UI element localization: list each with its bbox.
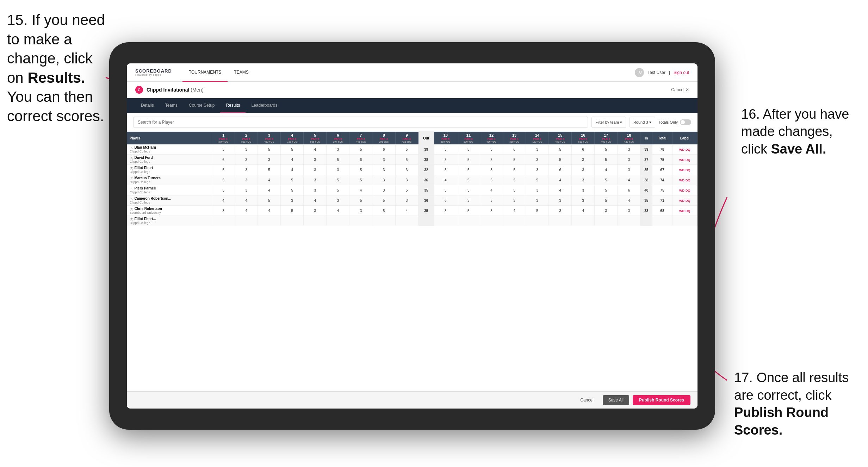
score-h15[interactable]: 4: [549, 185, 572, 195]
tab-details[interactable]: Details: [135, 98, 160, 113]
score-h6[interactable]: 5: [327, 155, 349, 165]
score-h14[interactable]: 3: [526, 144, 549, 155]
score-h17[interactable]: 4: [595, 165, 618, 175]
score-h9[interactable]: 3: [395, 175, 418, 185]
score-h12[interactable]: 3: [480, 165, 503, 175]
score-h14[interactable]: 3: [526, 155, 549, 165]
score-h16[interactable]: 4: [572, 206, 595, 216]
score-h12[interactable]: 3: [480, 155, 503, 165]
score-h6[interactable]: 3: [327, 165, 349, 175]
score-h11[interactable]: 5: [457, 175, 480, 185]
score-h7[interactable]: 5: [349, 195, 372, 206]
score-h4[interactable]: 4: [281, 165, 304, 175]
score-h11[interactable]: 5: [457, 206, 480, 216]
score-h18[interactable]: [618, 216, 640, 226]
score-h6[interactable]: 5: [327, 175, 349, 185]
tab-results[interactable]: Results: [220, 98, 246, 113]
score-h18[interactable]: 3: [618, 206, 640, 216]
score-h13[interactable]: 5: [503, 165, 526, 175]
score-h2[interactable]: 3: [235, 165, 258, 175]
score-h7[interactable]: 3: [349, 206, 372, 216]
score-h6[interactable]: [327, 216, 349, 226]
score-h14[interactable]: 5: [526, 206, 549, 216]
totals-only-toggle[interactable]: [680, 119, 691, 125]
save-all-button[interactable]: Save All: [603, 395, 629, 405]
score-h17[interactable]: 5: [595, 155, 618, 165]
score-h1[interactable]: 3: [212, 144, 235, 155]
score-h8[interactable]: [372, 216, 395, 226]
score-h1[interactable]: 3: [212, 185, 235, 195]
score-h1[interactable]: 5: [212, 175, 235, 185]
score-h7[interactable]: 6: [349, 155, 372, 165]
score-h10[interactable]: [434, 216, 457, 226]
score-h5[interactable]: 3: [304, 165, 327, 175]
score-h10[interactable]: 4: [434, 175, 457, 185]
score-h15[interactable]: 3: [549, 195, 572, 206]
score-h5[interactable]: [304, 216, 327, 226]
score-h11[interactable]: 5: [457, 144, 480, 155]
score-h10[interactable]: 5: [434, 185, 457, 195]
score-h15[interactable]: [549, 216, 572, 226]
score-h14[interactable]: 3: [526, 185, 549, 195]
score-h18[interactable]: 6: [618, 185, 640, 195]
score-h12[interactable]: 5: [480, 195, 503, 206]
score-h3[interactable]: 4: [258, 185, 281, 195]
score-h1[interactable]: 4: [212, 195, 235, 206]
score-h16[interactable]: 3: [572, 195, 595, 206]
score-h2[interactable]: 3: [235, 155, 258, 165]
score-h14[interactable]: [526, 216, 549, 226]
score-h9[interactable]: 5: [395, 185, 418, 195]
score-h7[interactable]: 4: [349, 185, 372, 195]
score-h11[interactable]: 5: [457, 155, 480, 165]
score-h1[interactable]: 6: [212, 155, 235, 165]
score-h9[interactable]: 5: [395, 155, 418, 165]
score-h16[interactable]: 3: [572, 155, 595, 165]
score-h2[interactable]: 3: [235, 175, 258, 185]
score-h13[interactable]: [503, 216, 526, 226]
score-h14[interactable]: 5: [526, 175, 549, 185]
score-h18[interactable]: 3: [618, 165, 640, 175]
score-h13[interactable]: 5: [503, 155, 526, 165]
score-h5[interactable]: 3: [304, 206, 327, 216]
score-h8[interactable]: 3: [372, 175, 395, 185]
score-h13[interactable]: 4: [503, 206, 526, 216]
score-h2[interactable]: 4: [235, 195, 258, 206]
publish-round-scores-button[interactable]: Publish Round Scores: [633, 395, 690, 405]
score-h3[interactable]: 4: [258, 206, 281, 216]
score-h12[interactable]: 3: [480, 144, 503, 155]
score-h15[interactable]: 5: [549, 155, 572, 165]
score-h11[interactable]: 5: [457, 165, 480, 175]
score-h4[interactable]: 5: [281, 144, 304, 155]
score-h6[interactable]: 3: [327, 144, 349, 155]
score-h18[interactable]: 3: [618, 155, 640, 165]
score-h4[interactable]: 3: [281, 195, 304, 206]
score-h14[interactable]: 3: [526, 195, 549, 206]
score-h15[interactable]: 4: [549, 175, 572, 185]
score-h9[interactable]: 3: [395, 165, 418, 175]
cancel-button[interactable]: Cancel: [575, 395, 599, 405]
score-h9[interactable]: [395, 216, 418, 226]
score-h8[interactable]: 5: [372, 195, 395, 206]
score-h5[interactable]: 4: [304, 144, 327, 155]
score-h3[interactable]: 3: [258, 155, 281, 165]
score-h17[interactable]: 5: [595, 195, 618, 206]
score-h10[interactable]: 3: [434, 206, 457, 216]
sign-out-link[interactable]: Sign out: [674, 70, 689, 75]
score-h4[interactable]: 5: [281, 185, 304, 195]
score-h17[interactable]: 5: [595, 144, 618, 155]
score-h9[interactable]: 5: [395, 144, 418, 155]
score-h2[interactable]: 3: [235, 144, 258, 155]
tab-course-setup[interactable]: Course Setup: [183, 98, 220, 113]
score-h15[interactable]: 5: [549, 144, 572, 155]
score-h7[interactable]: 5: [349, 175, 372, 185]
score-h1[interactable]: 5: [212, 165, 235, 175]
score-h12[interactable]: 5: [480, 175, 503, 185]
score-h11[interactable]: 5: [457, 185, 480, 195]
score-h10[interactable]: 3: [434, 165, 457, 175]
score-h7[interactable]: [349, 216, 372, 226]
nav-teams[interactable]: TEAMS: [228, 63, 255, 82]
score-h15[interactable]: 3: [549, 206, 572, 216]
score-h18[interactable]: 4: [618, 195, 640, 206]
score-h10[interactable]: 6: [434, 195, 457, 206]
score-h9[interactable]: 3: [395, 195, 418, 206]
